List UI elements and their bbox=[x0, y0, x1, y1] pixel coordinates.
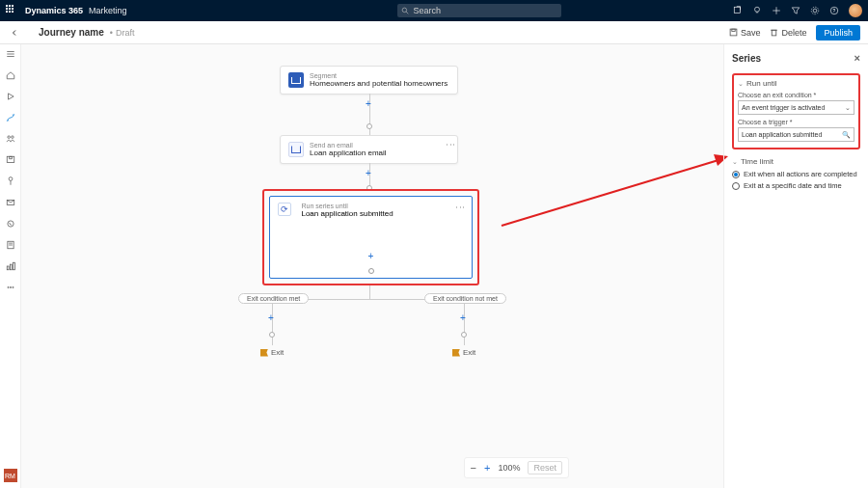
svg-rect-11 bbox=[730, 29, 737, 36]
search-placeholder: Search bbox=[414, 6, 442, 15]
global-header: Dynamics 365 Marketing Search ? bbox=[0, 0, 868, 21]
series-icon bbox=[278, 203, 291, 216]
gear-icon[interactable] bbox=[810, 6, 820, 15]
rail-item-messages[interactable] bbox=[5, 197, 16, 208]
rail-item-segments[interactable] bbox=[5, 133, 16, 145]
svg-point-0 bbox=[402, 8, 407, 13]
node-title: Loan application email bbox=[310, 149, 387, 157]
brand-name: Dynamics 365 bbox=[25, 6, 83, 15]
zoom-reset-button[interactable]: Reset bbox=[528, 461, 562, 474]
node-more-icon[interactable]: ⋮ bbox=[455, 203, 466, 212]
node-title: Loan application submitted bbox=[301, 209, 393, 218]
add-step-button[interactable]: + bbox=[268, 312, 274, 323]
trigger-lookup[interactable]: Loan application submitted 🔍 bbox=[738, 127, 854, 142]
flag-icon bbox=[260, 349, 268, 357]
svg-point-7 bbox=[813, 9, 817, 13]
svg-point-18 bbox=[7, 136, 10, 139]
plus-icon[interactable] bbox=[772, 6, 781, 15]
rail-item-analytics[interactable] bbox=[5, 260, 16, 272]
page-title: Journey name bbox=[39, 27, 104, 38]
node-more-icon[interactable]: ⋮ bbox=[448, 140, 453, 149]
svg-rect-20 bbox=[7, 156, 14, 162]
rail-item-menu[interactable] bbox=[5, 48, 16, 60]
zoom-level: 100% bbox=[498, 463, 520, 473]
add-step-button[interactable]: + bbox=[366, 98, 371, 109]
node-email[interactable]: Send an email Loan application email ⋮ bbox=[280, 135, 458, 164]
svg-point-22 bbox=[9, 177, 13, 181]
highlight-box: Run series until Loan application submit… bbox=[262, 189, 479, 285]
svg-point-19 bbox=[11, 136, 14, 139]
svg-line-1 bbox=[406, 12, 408, 14]
exit-condition-select[interactable]: An event trigger is activated ⌄ bbox=[738, 100, 854, 115]
properties-panel: Series × ⌄Run until Choose an exit condi… bbox=[723, 44, 868, 488]
connector-line bbox=[369, 285, 370, 299]
rail-item-more[interactable] bbox=[5, 282, 16, 293]
rail-item-journeys[interactable] bbox=[5, 112, 16, 123]
filter-icon[interactable] bbox=[791, 6, 800, 15]
back-button[interactable] bbox=[8, 26, 21, 40]
branch-label-right: Exit condition not met bbox=[424, 293, 506, 304]
node-type-label: Run series until bbox=[301, 203, 393, 209]
publish-button[interactable]: Publish bbox=[816, 25, 860, 41]
svg-point-32 bbox=[10, 286, 11, 287]
flag-icon bbox=[452, 349, 460, 357]
search-icon bbox=[401, 7, 410, 15]
radio-icon bbox=[732, 171, 740, 178]
zoom-out-button[interactable]: − bbox=[471, 462, 476, 474]
exit-node[interactable]: Exit bbox=[260, 348, 284, 357]
rail-item-events[interactable] bbox=[5, 176, 16, 187]
area-name: Marketing bbox=[89, 6, 127, 15]
save-button[interactable]: Save bbox=[729, 28, 761, 38]
svg-point-8 bbox=[811, 7, 819, 14]
segment-icon bbox=[288, 72, 304, 88]
header-actions: ? bbox=[733, 4, 862, 17]
svg-rect-30 bbox=[13, 262, 14, 270]
radio-exit-specific-date[interactable]: Exit at a specific date and time bbox=[732, 181, 860, 190]
node-type-label: Segment bbox=[310, 72, 448, 79]
svg-rect-29 bbox=[10, 264, 12, 270]
help-icon[interactable]: ? bbox=[829, 6, 839, 15]
journey-canvas[interactable]: Segment Homeowners and potential homeown… bbox=[21, 44, 723, 488]
svg-point-3 bbox=[755, 7, 760, 12]
rail-item-home[interactable] bbox=[5, 69, 16, 81]
highlight-box: ⌄Run until Choose an exit condition * An… bbox=[732, 73, 860, 149]
radio-icon bbox=[732, 182, 740, 190]
node-series-selected[interactable]: Run series until Loan application submit… bbox=[269, 196, 473, 279]
svg-rect-28 bbox=[7, 266, 9, 270]
share-icon[interactable] bbox=[733, 6, 743, 15]
connector-dot bbox=[368, 268, 374, 274]
add-step-button[interactable]: + bbox=[366, 168, 371, 178]
profile-badge[interactable]: RM bbox=[4, 469, 17, 482]
chevron-down-icon: ⌄ bbox=[732, 158, 738, 166]
svg-rect-2 bbox=[734, 7, 740, 13]
svg-point-31 bbox=[7, 286, 8, 287]
svg-rect-13 bbox=[773, 30, 777, 36]
connector-dot bbox=[366, 123, 372, 129]
svg-rect-21 bbox=[9, 156, 12, 159]
lightbulb-icon[interactable] bbox=[752, 6, 762, 15]
zoom-in-button[interactable]: + bbox=[484, 462, 490, 474]
exit-node[interactable]: Exit bbox=[452, 348, 475, 357]
node-type-label: Send an email bbox=[310, 142, 387, 149]
chevron-down-icon: ⌄ bbox=[845, 104, 851, 112]
section-time-limit[interactable]: ⌄Time limit bbox=[732, 157, 860, 166]
section-run-until[interactable]: ⌄Run until bbox=[738, 79, 854, 88]
panel-title: Series bbox=[732, 53, 761, 64]
branch-label-left: Exit condition met bbox=[238, 293, 309, 304]
rail-item-play[interactable] bbox=[5, 91, 16, 102]
rail-item-phone[interactable] bbox=[5, 218, 16, 230]
status-badge: Draft bbox=[110, 28, 135, 38]
global-search[interactable]: Search bbox=[397, 4, 561, 17]
app-launcher-icon[interactable] bbox=[6, 5, 17, 16]
radio-exit-all-actions[interactable]: Exit when all actions are completed bbox=[732, 170, 860, 178]
field-label: Choose a trigger * bbox=[738, 119, 854, 125]
svg-line-34 bbox=[502, 160, 719, 226]
user-avatar[interactable] bbox=[849, 4, 862, 17]
delete-button[interactable]: Delete bbox=[770, 28, 806, 38]
rail-item-email[interactable] bbox=[5, 154, 16, 166]
close-icon[interactable]: × bbox=[854, 52, 860, 64]
node-segment[interactable]: Segment Homeowners and potential homeown… bbox=[280, 66, 458, 95]
add-step-button[interactable]: + bbox=[368, 251, 374, 261]
rail-item-forms[interactable] bbox=[5, 239, 16, 251]
add-step-button[interactable]: + bbox=[460, 312, 466, 323]
